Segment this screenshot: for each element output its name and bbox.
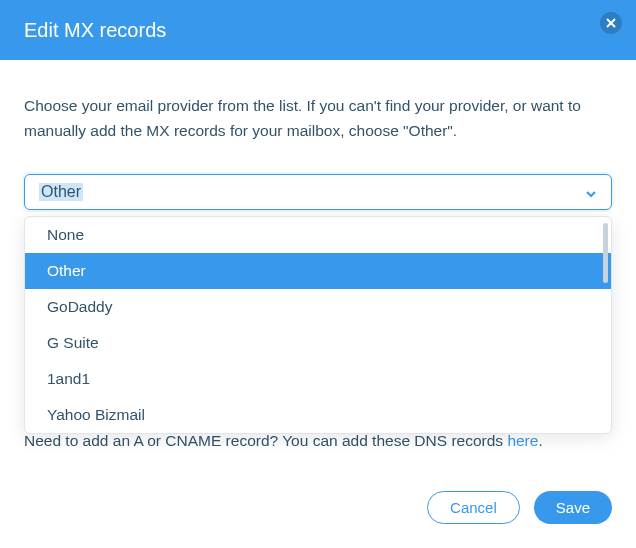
footer-hint: Need to add an A or CNAME record? You ca… [24, 432, 612, 450]
provider-dropdown: None Other GoDaddy G Suite 1and1 Yahoo B… [24, 216, 612, 434]
edit-mx-modal: Edit MX records Choose your email provid… [0, 0, 636, 548]
close-button[interactable] [600, 12, 622, 34]
dropdown-list: None Other GoDaddy G Suite 1and1 Yahoo B… [25, 217, 611, 433]
dropdown-scrollbar[interactable] [603, 223, 608, 283]
save-button[interactable]: Save [534, 491, 612, 524]
modal-actions: Cancel Save [427, 491, 612, 524]
dns-records-link[interactable]: here [507, 432, 538, 449]
chevron-down-icon [585, 186, 597, 198]
footer-hint-suffix: . [538, 432, 542, 449]
cancel-button[interactable]: Cancel [427, 491, 520, 524]
modal-body: Choose your email provider from the list… [0, 60, 636, 234]
provider-select-value: Other [39, 183, 83, 201]
option-yahoo-bizmail[interactable]: Yahoo Bizmail [25, 397, 611, 433]
option-none[interactable]: None [25, 217, 611, 253]
option-gsuite[interactable]: G Suite [25, 325, 611, 361]
option-1and1[interactable]: 1and1 [25, 361, 611, 397]
modal-title: Edit MX records [24, 19, 166, 42]
footer-hint-prefix: Need to add an A or CNAME record? You ca… [24, 432, 507, 449]
description-text: Choose your email provider from the list… [24, 94, 612, 144]
option-other[interactable]: Other [25, 253, 611, 289]
provider-select[interactable]: Other [24, 174, 612, 210]
provider-select-wrapper: Other None Other GoDaddy G Suite 1and1 Y… [24, 174, 612, 210]
option-godaddy[interactable]: GoDaddy [25, 289, 611, 325]
modal-header: Edit MX records [0, 0, 636, 60]
close-icon [606, 18, 616, 28]
